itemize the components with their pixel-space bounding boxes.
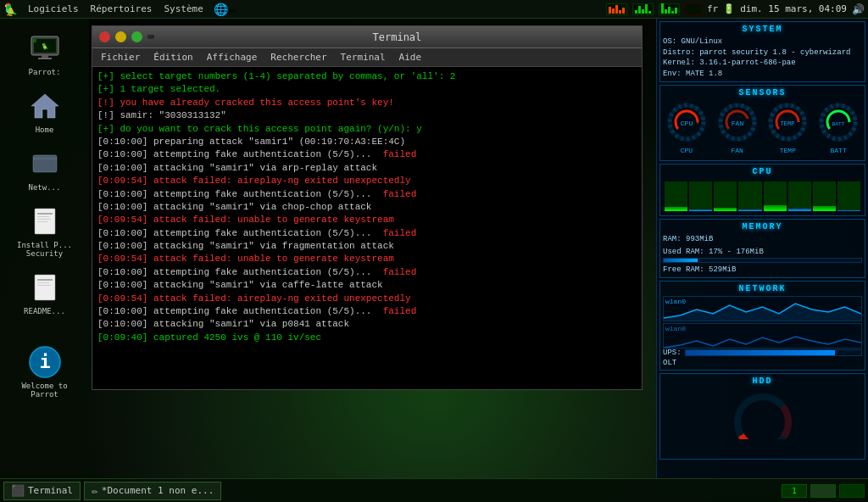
sidebar-item-readme[interactable]: README... bbox=[7, 266, 83, 320]
terminal-titlebar: ⌨ Terminal bbox=[92, 26, 642, 48]
memory-section: MEMORY RAM: 993MiB Used RAM: 17% - 176Mi… bbox=[659, 219, 865, 278]
sidebar-item-welcome[interactable]: i Welcome to Parrot bbox=[7, 341, 83, 403]
home-label: Home bbox=[36, 126, 54, 134]
system-widget: SYSTEM OS: GNU/Linux Distro: parrot secu… bbox=[656, 19, 868, 498]
cpu-bar-4 bbox=[764, 181, 787, 211]
menu-repertoires[interactable]: Répertoires bbox=[86, 2, 158, 16]
cpu-section: CPU bbox=[659, 164, 865, 216]
terminal-body[interactable]: [+] select target numbers (1-4) separate… bbox=[92, 67, 642, 389]
sidebar: 🦜 Parrot: Home Netw... bbox=[0, 19, 89, 481]
svg-text:BATT: BATT bbox=[832, 121, 845, 127]
sidebar-item-parrot[interactable]: 🦜 Parrot: bbox=[7, 27, 83, 81]
svg-text:🦜: 🦜 bbox=[41, 42, 48, 50]
net-down-label: wlan0 bbox=[665, 325, 686, 332]
readme-label: README... bbox=[24, 307, 65, 315]
menu-terminal[interactable]: Terminal bbox=[336, 50, 391, 64]
keyboard-lang: fr bbox=[707, 3, 718, 14]
workspace-indicator-1[interactable]: 1 bbox=[782, 484, 807, 498]
sidebar-item-network[interactable]: Netw... bbox=[7, 142, 83, 196]
terminal-menubar: Fichier Édition Affichage Rechercher Ter… bbox=[92, 48, 642, 67]
terminal-line: [+] select target numbers (1-4) separate… bbox=[97, 70, 637, 83]
hdd-gauge bbox=[729, 388, 797, 456]
ups-row: UPS: bbox=[663, 349, 862, 357]
terminal-line: [0:10:00] attempting fake authentication… bbox=[97, 305, 637, 318]
svg-text:i: i bbox=[39, 351, 50, 372]
desktop: 🦜 Logiciels Répertoires Système 🌐 ✏ bbox=[0, 0, 868, 502]
info-icon: i bbox=[28, 345, 62, 379]
ups-bar-fill bbox=[686, 350, 835, 355]
terminal-line: [0:10:00] attacking "samir1" via fragmen… bbox=[97, 240, 637, 253]
svg-rect-10 bbox=[37, 213, 53, 215]
maximize-button[interactable] bbox=[131, 31, 142, 42]
batt-gauge-label: BATT bbox=[817, 147, 860, 154]
menu-aide[interactable]: Aide bbox=[394, 50, 427, 64]
terminal-line: [0:09:54] attack failed: aireplay-ng exi… bbox=[97, 293, 637, 305]
menu-rechercher[interactable]: Rechercher bbox=[265, 50, 331, 64]
cpu-title: CPU bbox=[663, 167, 862, 176]
distro-label: Distro: parrot security 1.8 - cyberwizar… bbox=[663, 47, 862, 59]
network-title: NETWORK bbox=[663, 284, 862, 293]
minimize-button[interactable] bbox=[115, 31, 126, 42]
terminal-line: [0:10:00] attempting fake authentication… bbox=[97, 188, 637, 201]
svg-text:CPU: CPU bbox=[681, 120, 693, 127]
ram-used-bar-fill bbox=[664, 259, 698, 262]
cpu-bar-2 bbox=[714, 181, 737, 211]
menu-edition[interactable]: Édition bbox=[148, 50, 198, 64]
volume-icon: 🔊 bbox=[852, 3, 865, 15]
cpu-bar-6 bbox=[813, 181, 836, 211]
svg-rect-4 bbox=[38, 58, 52, 59]
network-icon bbox=[28, 147, 62, 181]
menu-systeme[interactable]: Système bbox=[159, 2, 208, 16]
doc-taskbar-btn[interactable]: ✏ *Document 1 non e... bbox=[84, 482, 221, 500]
svg-rect-14 bbox=[35, 275, 55, 300]
kernel-label: Kernel: 3.16.1-parrot-686-pae bbox=[663, 58, 862, 69]
system-title: SYSTEM bbox=[663, 25, 862, 34]
svg-marker-6 bbox=[31, 94, 58, 118]
install-icon bbox=[28, 204, 62, 238]
svg-rect-7 bbox=[33, 155, 57, 172]
terminal-title-icon: ⌨ bbox=[147, 31, 154, 43]
cpu-gauge-label: CPU bbox=[665, 147, 708, 154]
svg-rect-17 bbox=[37, 285, 51, 286]
batt-gauge: BATT BATT bbox=[817, 101, 860, 154]
os-label: OS: GNU/Linux bbox=[663, 36, 862, 47]
terminal-line: [0:10:00] attempting fake authentication… bbox=[97, 266, 637, 279]
fan-gauge-label: FAN bbox=[716, 147, 759, 154]
svg-rect-12 bbox=[37, 219, 51, 220]
datetime-label: dim. 15 mars, 04:09 bbox=[740, 3, 847, 14]
menu-fichier[interactable]: Fichier bbox=[96, 50, 145, 64]
readme-icon bbox=[28, 271, 62, 304]
cpu-bar-7 bbox=[837, 181, 860, 211]
home-icon bbox=[28, 89, 62, 123]
svg-text:TEMP: TEMP bbox=[781, 120, 795, 127]
cpu-gauge: CPU CPU bbox=[665, 101, 708, 154]
sidebar-item-install[interactable]: Install P... Security bbox=[7, 200, 83, 262]
ram-used-bar-container: Used RAM: 17% - 176MiB bbox=[663, 247, 862, 263]
ups-label: UPS: bbox=[663, 349, 682, 357]
net-graph-mini bbox=[632, 3, 654, 15]
hdd-section: HDD bbox=[659, 373, 865, 460]
install-label: Install P... Security bbox=[11, 241, 79, 258]
cpu-graph-mini bbox=[606, 3, 627, 15]
terminal-line: [0:10:00] attacking "samir1" via caffe-l… bbox=[97, 279, 637, 292]
net-up-label: wlan0 bbox=[665, 298, 686, 305]
svg-text:FAN: FAN bbox=[731, 120, 743, 127]
menu-affichage[interactable]: Affichage bbox=[202, 50, 263, 64]
terminal-line: [!] samir: "3030313132" bbox=[97, 109, 637, 122]
terminal-title: Terminal bbox=[159, 31, 635, 43]
menu-logiciels[interactable]: Logiciels bbox=[23, 2, 84, 16]
svg-rect-11 bbox=[37, 216, 49, 217]
topbar-icon: 🦜 bbox=[3, 3, 18, 16]
hdd-title: HDD bbox=[663, 376, 862, 386]
red-indicator bbox=[685, 3, 702, 15]
workspace-indicator-2[interactable] bbox=[810, 484, 836, 498]
terminal-line: [+] do you want to crack this access poi… bbox=[97, 123, 637, 136]
cpu-bar-1 bbox=[689, 181, 712, 211]
sidebar-item-home[interactable]: Home bbox=[7, 85, 83, 138]
cpu-bars bbox=[663, 179, 862, 213]
close-button[interactable] bbox=[99, 31, 110, 42]
memory-title: MEMORY bbox=[663, 222, 862, 231]
taskbar-active-indicator bbox=[839, 484, 865, 498]
terminal-taskbar-btn[interactable]: ⬛ Terminal bbox=[3, 482, 81, 500]
cpu-bar-3 bbox=[738, 181, 761, 211]
